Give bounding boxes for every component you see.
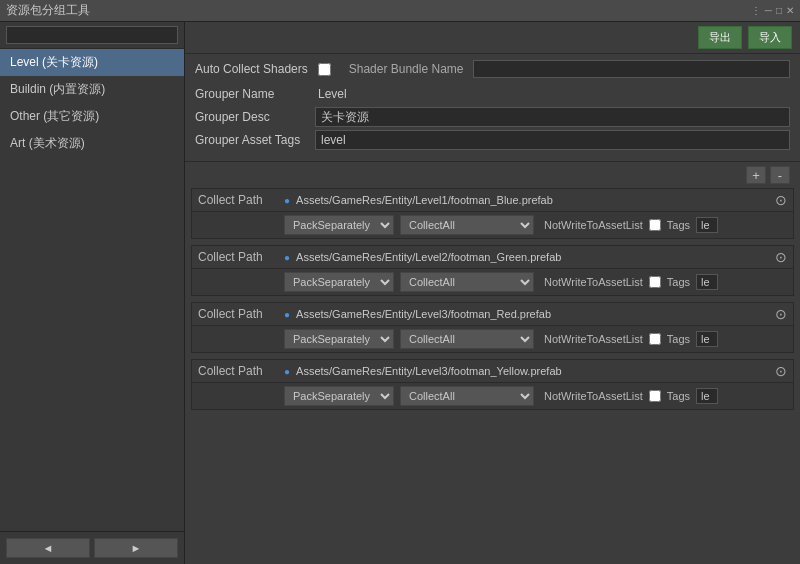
not-write-checkbox-1[interactable] [649, 276, 661, 288]
add-path-button[interactable]: + [746, 166, 766, 184]
sidebar-prev-button[interactable]: ◄ [6, 538, 90, 558]
pack-option-select-0[interactable]: PackSeparately PackTogether PackByFile P… [284, 215, 394, 235]
grouper-tags-row: Grouper Asset Tags [195, 130, 790, 150]
collect-option-select-1[interactable]: CollectAll CollectTopFolder CollectDepen… [400, 272, 534, 292]
shader-bundle-label: Shader Bundle Name [349, 62, 464, 76]
path-settings-icon-2[interactable]: ⊙ [775, 306, 787, 322]
collect-options-row-2: PackSeparately PackTogether PackByFile P… [192, 326, 793, 352]
pack-option-select-2[interactable]: PackSeparately PackTogether PackByFile P… [284, 329, 394, 349]
tags-label-0: Tags [667, 219, 690, 231]
tags-input-3[interactable] [696, 388, 718, 404]
search-input[interactable] [6, 26, 178, 44]
sidebar-item-other[interactable]: Other (其它资源) [0, 103, 184, 130]
sidebar-item-buildin[interactable]: Buildin (内置资源) [0, 76, 184, 103]
main-layout: Level (关卡资源) Buildin (内置资源) Other (其它资源)… [0, 22, 800, 564]
menu-icon[interactable]: ⋮ [751, 5, 761, 16]
maximize-icon[interactable]: □ [776, 5, 782, 16]
auto-collect-label: Auto Collect Shaders [195, 62, 308, 76]
content-area: 导出 导入 Auto Collect Shaders Shader Bundle… [185, 22, 800, 564]
collect-path-label-0: Collect Path [198, 193, 278, 207]
not-write-label-2: NotWriteToAssetList [544, 333, 643, 345]
grouper-desc-row: Grouper Desc [195, 107, 790, 127]
tags-input-2[interactable] [696, 331, 718, 347]
collect-entry-3: Collect Path ● Assets/GameRes/Entity/Lev… [191, 359, 794, 410]
grouper-desc-label: Grouper Desc [195, 110, 315, 124]
tags-label-1: Tags [667, 276, 690, 288]
collect-option-select-3[interactable]: CollectAll CollectTopFolder CollectDepen… [400, 386, 534, 406]
path-text-3: Assets/GameRes/Entity/Level3/footman_Yel… [296, 365, 769, 377]
collect-options-row-1: PackSeparately PackTogether PackByFile P… [192, 269, 793, 295]
remove-path-button[interactable]: - [770, 166, 790, 184]
not-write-label-3: NotWriteToAssetList [544, 390, 643, 402]
grouper-name-label: Grouper Name [195, 87, 315, 101]
not-write-label-1: NotWriteToAssetList [544, 276, 643, 288]
collect-option-select-2[interactable]: CollectAll CollectTopFolder CollectDepen… [400, 329, 534, 349]
sidebar: Level (关卡资源) Buildin (内置资源) Other (其它资源)… [0, 22, 185, 564]
path-icon-0: ● [284, 195, 290, 206]
collect-entry-0: Collect Path ● Assets/GameRes/Entity/Lev… [191, 188, 794, 239]
sidebar-bottom-buttons: ◄ ► [0, 531, 184, 564]
sidebar-next-button[interactable]: ► [94, 538, 178, 558]
grouper-header: Auto Collect Shaders Shader Bundle Name … [185, 54, 800, 162]
window-title: 资源包分组工具 [6, 2, 90, 19]
close-icon[interactable]: ✕ [786, 5, 794, 16]
collect-options-row-3: PackSeparately PackTogether PackByFile P… [192, 383, 793, 409]
collect-path-label-3: Collect Path [198, 364, 278, 378]
grouper-name-value: Level [315, 84, 790, 104]
import-button[interactable]: 导入 [748, 26, 792, 49]
path-icon-1: ● [284, 252, 290, 263]
tags-input-1[interactable] [696, 274, 718, 290]
title-bar: 资源包分组工具 ⋮ ─ □ ✕ [0, 0, 800, 22]
collect-path-row-1: Collect Path ● Assets/GameRes/Entity/Lev… [192, 246, 793, 269]
pack-option-select-1[interactable]: PackSeparately PackTogether PackByFile P… [284, 272, 394, 292]
grouper-tags-input[interactable] [315, 130, 790, 150]
not-write-label-0: NotWriteToAssetList [544, 219, 643, 231]
collect-path-label-2: Collect Path [198, 307, 278, 321]
path-text-0: Assets/GameRes/Entity/Level1/footman_Blu… [296, 194, 769, 206]
auto-collect-row: Auto Collect Shaders Shader Bundle Name [195, 58, 790, 78]
pack-option-select-3[interactable]: PackSeparately PackTogether PackByFile P… [284, 386, 394, 406]
grouper-desc-input[interactable] [315, 107, 790, 127]
sidebar-search[interactable] [0, 22, 184, 49]
minimize-icon[interactable]: ─ [765, 5, 772, 16]
not-write-checkbox-3[interactable] [649, 390, 661, 402]
path-icon-3: ● [284, 366, 290, 377]
tags-label-2: Tags [667, 333, 690, 345]
not-write-checkbox-2[interactable] [649, 333, 661, 345]
auto-collect-checkbox[interactable] [318, 63, 331, 76]
collect-path-row-0: Collect Path ● Assets/GameRes/Entity/Lev… [192, 189, 793, 212]
collect-entry-1: Collect Path ● Assets/GameRes/Entity/Lev… [191, 245, 794, 296]
path-text-1: Assets/GameRes/Entity/Level2/footman_Gre… [296, 251, 769, 263]
collect-path-row-3: Collect Path ● Assets/GameRes/Entity/Lev… [192, 360, 793, 383]
shader-bundle-input[interactable] [473, 60, 790, 78]
sidebar-item-level[interactable]: Level (关卡资源) [0, 49, 184, 76]
sidebar-item-art[interactable]: Art (美术资源) [0, 130, 184, 157]
collect-options-row-0: PackSeparately PackTogether PackByFile P… [192, 212, 793, 238]
auto-collect-checkbox-wrapper[interactable] [318, 63, 331, 76]
path-settings-icon-3[interactable]: ⊙ [775, 363, 787, 379]
collect-option-select-0[interactable]: CollectAll CollectTopFolder CollectDepen… [400, 215, 534, 235]
export-button[interactable]: 导出 [698, 26, 742, 49]
tags-input-0[interactable] [696, 217, 718, 233]
collect-path-row-2: Collect Path ● Assets/GameRes/Entity/Lev… [192, 303, 793, 326]
collect-entry-2: Collect Path ● Assets/GameRes/Entity/Lev… [191, 302, 794, 353]
window-controls[interactable]: ⋮ ─ □ ✕ [751, 5, 794, 16]
tags-label-3: Tags [667, 390, 690, 402]
top-toolbar: 导出 导入 [185, 22, 800, 54]
collect-paths-section: + - Collect Path ● Assets/GameRes/Entity… [185, 162, 800, 564]
grouper-tags-label: Grouper Asset Tags [195, 133, 315, 147]
path-settings-icon-0[interactable]: ⊙ [775, 192, 787, 208]
paths-toolbar: + - [191, 166, 794, 184]
grouper-name-row: Grouper Name Level [195, 84, 790, 104]
not-write-checkbox-0[interactable] [649, 219, 661, 231]
collect-path-label-1: Collect Path [198, 250, 278, 264]
path-settings-icon-1[interactable]: ⊙ [775, 249, 787, 265]
path-text-2: Assets/GameRes/Entity/Level3/footman_Red… [296, 308, 769, 320]
path-icon-2: ● [284, 309, 290, 320]
